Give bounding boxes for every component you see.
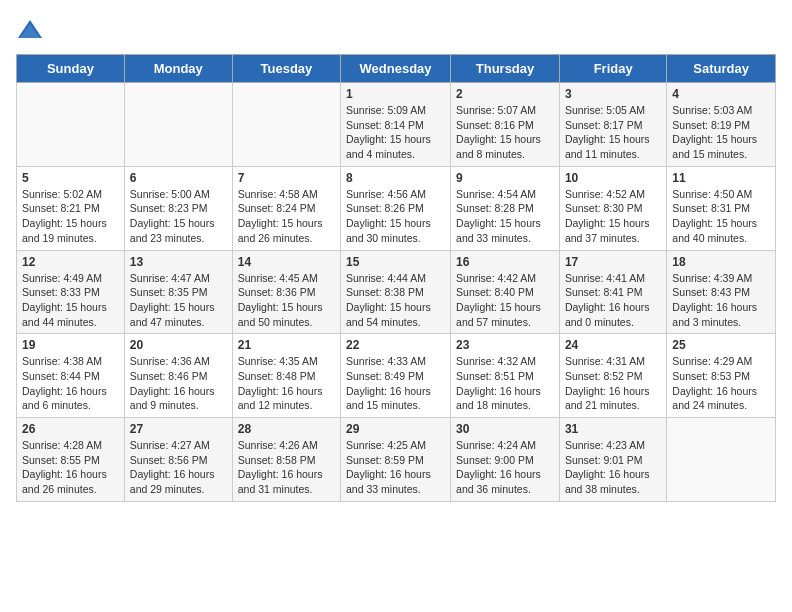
day-info: Sunrise: 4:32 AM Sunset: 8:51 PM Dayligh… (456, 354, 554, 413)
day-number: 13 (130, 255, 227, 269)
calendar-cell: 3Sunrise: 5:05 AM Sunset: 8:17 PM Daylig… (559, 83, 666, 167)
day-number: 31 (565, 422, 661, 436)
calendar-cell: 22Sunrise: 4:33 AM Sunset: 8:49 PM Dayli… (341, 334, 451, 418)
day-info: Sunrise: 5:07 AM Sunset: 8:16 PM Dayligh… (456, 103, 554, 162)
day-number: 27 (130, 422, 227, 436)
day-info: Sunrise: 5:02 AM Sunset: 8:21 PM Dayligh… (22, 187, 119, 246)
calendar-week-row: 19Sunrise: 4:38 AM Sunset: 8:44 PM Dayli… (17, 334, 776, 418)
calendar-cell: 2Sunrise: 5:07 AM Sunset: 8:16 PM Daylig… (451, 83, 560, 167)
day-info: Sunrise: 4:41 AM Sunset: 8:41 PM Dayligh… (565, 271, 661, 330)
day-info: Sunrise: 4:25 AM Sunset: 8:59 PM Dayligh… (346, 438, 445, 497)
calendar-cell: 27Sunrise: 4:27 AM Sunset: 8:56 PM Dayli… (124, 418, 232, 502)
day-info: Sunrise: 4:23 AM Sunset: 9:01 PM Dayligh… (565, 438, 661, 497)
calendar-cell (124, 83, 232, 167)
calendar-cell: 28Sunrise: 4:26 AM Sunset: 8:58 PM Dayli… (232, 418, 340, 502)
header-day: Thursday (451, 55, 560, 83)
calendar-week-row: 1Sunrise: 5:09 AM Sunset: 8:14 PM Daylig… (17, 83, 776, 167)
day-info: Sunrise: 4:45 AM Sunset: 8:36 PM Dayligh… (238, 271, 335, 330)
calendar-cell: 16Sunrise: 4:42 AM Sunset: 8:40 PM Dayli… (451, 250, 560, 334)
day-number: 9 (456, 171, 554, 185)
day-number: 6 (130, 171, 227, 185)
day-info: Sunrise: 4:50 AM Sunset: 8:31 PM Dayligh… (672, 187, 770, 246)
day-info: Sunrise: 4:28 AM Sunset: 8:55 PM Dayligh… (22, 438, 119, 497)
calendar-cell: 24Sunrise: 4:31 AM Sunset: 8:52 PM Dayli… (559, 334, 666, 418)
calendar-cell: 1Sunrise: 5:09 AM Sunset: 8:14 PM Daylig… (341, 83, 451, 167)
calendar-cell: 11Sunrise: 4:50 AM Sunset: 8:31 PM Dayli… (667, 166, 776, 250)
day-number: 7 (238, 171, 335, 185)
day-number: 3 (565, 87, 661, 101)
calendar-cell: 23Sunrise: 4:32 AM Sunset: 8:51 PM Dayli… (451, 334, 560, 418)
calendar-cell: 31Sunrise: 4:23 AM Sunset: 9:01 PM Dayli… (559, 418, 666, 502)
day-info: Sunrise: 5:09 AM Sunset: 8:14 PM Dayligh… (346, 103, 445, 162)
day-number: 5 (22, 171, 119, 185)
day-number: 2 (456, 87, 554, 101)
calendar-cell (17, 83, 125, 167)
calendar-cell: 19Sunrise: 4:38 AM Sunset: 8:44 PM Dayli… (17, 334, 125, 418)
day-info: Sunrise: 4:29 AM Sunset: 8:53 PM Dayligh… (672, 354, 770, 413)
day-info: Sunrise: 5:00 AM Sunset: 8:23 PM Dayligh… (130, 187, 227, 246)
header-day: Saturday (667, 55, 776, 83)
calendar-cell: 12Sunrise: 4:49 AM Sunset: 8:33 PM Dayli… (17, 250, 125, 334)
calendar-cell: 10Sunrise: 4:52 AM Sunset: 8:30 PM Dayli… (559, 166, 666, 250)
calendar-cell: 17Sunrise: 4:41 AM Sunset: 8:41 PM Dayli… (559, 250, 666, 334)
calendar-cell: 26Sunrise: 4:28 AM Sunset: 8:55 PM Dayli… (17, 418, 125, 502)
calendar-cell: 30Sunrise: 4:24 AM Sunset: 9:00 PM Dayli… (451, 418, 560, 502)
calendar-header: SundayMondayTuesdayWednesdayThursdayFrid… (17, 55, 776, 83)
calendar-cell: 4Sunrise: 5:03 AM Sunset: 8:19 PM Daylig… (667, 83, 776, 167)
calendar-table: SundayMondayTuesdayWednesdayThursdayFrid… (16, 54, 776, 502)
day-info: Sunrise: 4:35 AM Sunset: 8:48 PM Dayligh… (238, 354, 335, 413)
calendar-cell: 5Sunrise: 5:02 AM Sunset: 8:21 PM Daylig… (17, 166, 125, 250)
calendar-cell: 20Sunrise: 4:36 AM Sunset: 8:46 PM Dayli… (124, 334, 232, 418)
day-number: 21 (238, 338, 335, 352)
calendar-cell: 13Sunrise: 4:47 AM Sunset: 8:35 PM Dayli… (124, 250, 232, 334)
calendar-body: 1Sunrise: 5:09 AM Sunset: 8:14 PM Daylig… (17, 83, 776, 502)
page-header (16, 16, 776, 44)
day-info: Sunrise: 4:39 AM Sunset: 8:43 PM Dayligh… (672, 271, 770, 330)
day-number: 16 (456, 255, 554, 269)
calendar-week-row: 12Sunrise: 4:49 AM Sunset: 8:33 PM Dayli… (17, 250, 776, 334)
day-number: 14 (238, 255, 335, 269)
header-day: Monday (124, 55, 232, 83)
day-info: Sunrise: 4:56 AM Sunset: 8:26 PM Dayligh… (346, 187, 445, 246)
calendar-cell: 14Sunrise: 4:45 AM Sunset: 8:36 PM Dayli… (232, 250, 340, 334)
day-info: Sunrise: 4:54 AM Sunset: 8:28 PM Dayligh… (456, 187, 554, 246)
day-number: 15 (346, 255, 445, 269)
calendar-cell: 29Sunrise: 4:25 AM Sunset: 8:59 PM Dayli… (341, 418, 451, 502)
day-number: 10 (565, 171, 661, 185)
day-info: Sunrise: 4:24 AM Sunset: 9:00 PM Dayligh… (456, 438, 554, 497)
day-info: Sunrise: 5:03 AM Sunset: 8:19 PM Dayligh… (672, 103, 770, 162)
day-info: Sunrise: 4:36 AM Sunset: 8:46 PM Dayligh… (130, 354, 227, 413)
calendar-week-row: 5Sunrise: 5:02 AM Sunset: 8:21 PM Daylig… (17, 166, 776, 250)
day-info: Sunrise: 4:27 AM Sunset: 8:56 PM Dayligh… (130, 438, 227, 497)
header-day: Sunday (17, 55, 125, 83)
day-number: 20 (130, 338, 227, 352)
day-number: 12 (22, 255, 119, 269)
day-number: 17 (565, 255, 661, 269)
day-number: 23 (456, 338, 554, 352)
day-info: Sunrise: 4:58 AM Sunset: 8:24 PM Dayligh… (238, 187, 335, 246)
calendar-cell: 6Sunrise: 5:00 AM Sunset: 8:23 PM Daylig… (124, 166, 232, 250)
day-number: 19 (22, 338, 119, 352)
day-number: 8 (346, 171, 445, 185)
day-number: 4 (672, 87, 770, 101)
day-number: 30 (456, 422, 554, 436)
logo (16, 16, 48, 44)
day-info: Sunrise: 4:26 AM Sunset: 8:58 PM Dayligh… (238, 438, 335, 497)
header-day: Tuesday (232, 55, 340, 83)
day-number: 11 (672, 171, 770, 185)
calendar-cell (232, 83, 340, 167)
day-info: Sunrise: 4:38 AM Sunset: 8:44 PM Dayligh… (22, 354, 119, 413)
header-day: Wednesday (341, 55, 451, 83)
day-info: Sunrise: 4:52 AM Sunset: 8:30 PM Dayligh… (565, 187, 661, 246)
day-info: Sunrise: 4:42 AM Sunset: 8:40 PM Dayligh… (456, 271, 554, 330)
day-number: 24 (565, 338, 661, 352)
calendar-cell (667, 418, 776, 502)
day-number: 26 (22, 422, 119, 436)
calendar-cell: 25Sunrise: 4:29 AM Sunset: 8:53 PM Dayli… (667, 334, 776, 418)
day-number: 18 (672, 255, 770, 269)
calendar-week-row: 26Sunrise: 4:28 AM Sunset: 8:55 PM Dayli… (17, 418, 776, 502)
day-info: Sunrise: 4:33 AM Sunset: 8:49 PM Dayligh… (346, 354, 445, 413)
header-day: Friday (559, 55, 666, 83)
day-info: Sunrise: 4:31 AM Sunset: 8:52 PM Dayligh… (565, 354, 661, 413)
day-info: Sunrise: 5:05 AM Sunset: 8:17 PM Dayligh… (565, 103, 661, 162)
